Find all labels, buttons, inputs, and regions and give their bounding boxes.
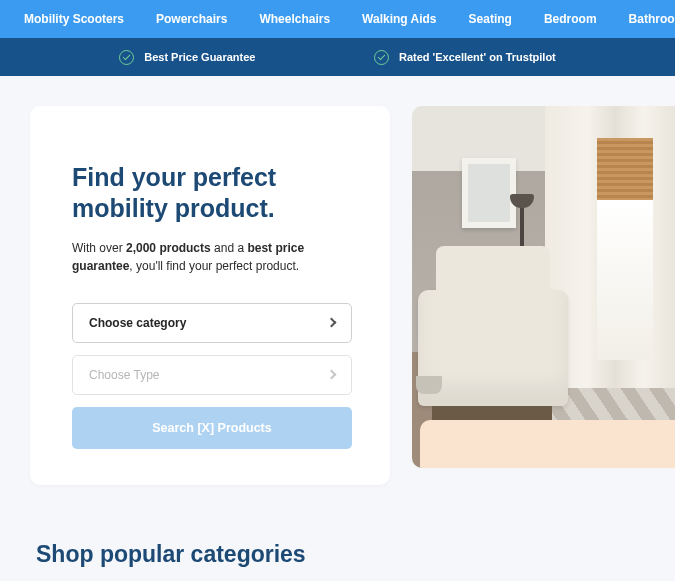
window-graphic [597, 200, 653, 360]
nav-item-walking-aids[interactable]: Walking Aids [362, 12, 436, 26]
select-label: Choose Type [89, 368, 160, 382]
nav-item-powerchairs[interactable]: Powerchairs [156, 12, 227, 26]
nav-item-mobility-scooters[interactable]: Mobility Scooters [24, 12, 124, 26]
chevron-right-icon [327, 318, 337, 328]
check-circle-icon [374, 50, 389, 65]
pot-graphic [416, 376, 442, 394]
trust-item-price: Best Price Guarantee [119, 50, 255, 65]
hero-title: Find your perfect mobility product. [72, 162, 352, 225]
finder-card: Find your perfect mobility product. With… [30, 106, 390, 485]
trust-label: Rated 'Excellent' on Trustpilot [399, 51, 556, 63]
wall-art-graphic [462, 158, 516, 228]
check-circle-icon [119, 50, 134, 65]
select-label: Choose category [89, 316, 186, 330]
trust-bar: Best Price Guarantee Rated 'Excellent' o… [0, 38, 675, 76]
nav-item-seating[interactable]: Seating [469, 12, 512, 26]
nav-item-wheelchairs[interactable]: Wheelchairs [259, 12, 330, 26]
blind-graphic [597, 138, 653, 200]
trust-item-trustpilot: Rated 'Excellent' on Trustpilot [374, 50, 556, 65]
type-select: Choose Type [72, 355, 352, 395]
trust-label: Best Price Guarantee [144, 51, 255, 63]
hero-section: Find your perfect mobility product. With… [0, 76, 675, 485]
nav-item-bathroom[interactable]: Bathroom [629, 12, 675, 26]
chevron-right-icon [327, 370, 337, 380]
category-select[interactable]: Choose category [72, 303, 352, 343]
nav-item-bedroom[interactable]: Bedroom [544, 12, 597, 26]
hero-banner-strip [420, 420, 675, 468]
hero-image [412, 106, 675, 468]
search-products-button[interactable]: Search [X] Products [72, 407, 352, 449]
popular-categories-heading: Shop popular categories [36, 541, 675, 568]
hero-description: With over 2,000 products and a best pric… [72, 239, 352, 275]
primary-nav: Mobility Scooters Powerchairs Wheelchair… [0, 0, 675, 38]
